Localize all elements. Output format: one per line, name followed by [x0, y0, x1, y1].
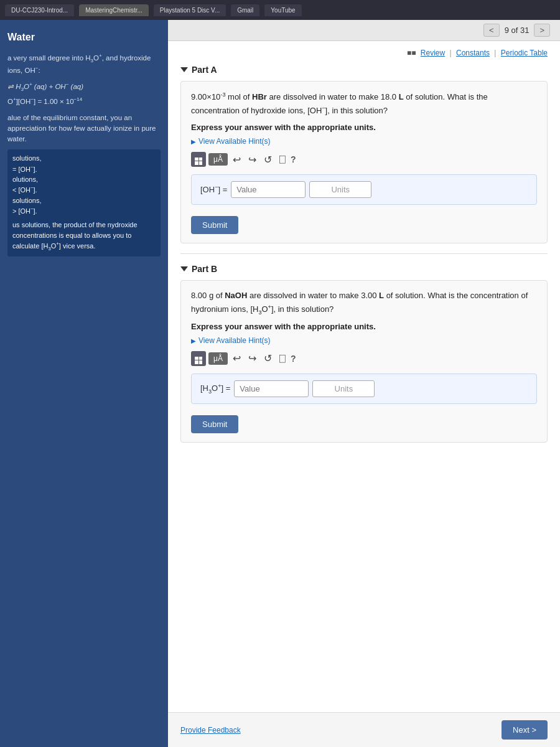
- part-a-help-button[interactable]: ?: [291, 154, 296, 164]
- part-a-eq-label: [OH−] =: [200, 184, 227, 194]
- review-link[interactable]: Review: [421, 49, 445, 57]
- next-button[interactable]: Next >: [502, 720, 548, 740]
- part-b-grid-button[interactable]: [191, 351, 206, 366]
- sidebar-neutral-eq: = [OH−].: [12, 164, 156, 174]
- periodic-table-link[interactable]: Periodic Table: [501, 49, 548, 57]
- part-a-submit-button[interactable]: Submit: [191, 216, 238, 234]
- part-b-problem-text: 8.00 g of NaOH are dissolved in water to…: [191, 289, 537, 317]
- prev-page-button[interactable]: <: [483, 24, 500, 37]
- part-a-mua-button[interactable]: μÅ: [208, 153, 228, 166]
- sidebar-text-2: alue of the equilibrium constant, you an…: [7, 113, 161, 145]
- main-container: Water a very small degree into H3O+, and…: [0, 20, 560, 747]
- part-b-value-input[interactable]: [234, 380, 309, 397]
- part-b-arrow: [180, 266, 188, 271]
- part-a-grid-button[interactable]: [191, 152, 206, 167]
- part-a-header[interactable]: Part A: [180, 65, 548, 75]
- part-b-keyboard-button[interactable]: ⎕: [277, 352, 288, 365]
- part-b-answer-row: [H3O+] = Units: [191, 374, 537, 404]
- feedback-link[interactable]: Provide Feedback: [180, 726, 241, 735]
- part-a-grid-icon: [195, 157, 202, 165]
- tab-gmail[interactable]: Gmail: [231, 4, 259, 16]
- part-b-eq-label: [H3O+] =: [200, 383, 230, 395]
- part-a-label: Part A: [192, 65, 217, 75]
- content-area: < 9 of 31 > ■■ Review | Constants | Peri…: [168, 20, 560, 747]
- page-indicator: < 9 of 31 >: [483, 24, 550, 37]
- part-a-problem-box: 9.00×10-3 mol of HBr are dissolved in wa…: [180, 81, 548, 243]
- browser-bar: DU-CCJ230-Introd... MasteringChemistr...…: [0, 0, 560, 20]
- part-a-refresh-button[interactable]: ↺: [261, 153, 274, 167]
- sidebar-basic-gt: > [OH−].: [12, 205, 156, 216]
- part-a-redo-button[interactable]: ↪: [246, 153, 259, 167]
- tab-youtube[interactable]: YouTube: [264, 4, 301, 16]
- sidebar-kw: O+][OH−] = 1.00 × 10−14: [7, 96, 161, 107]
- bottom-bar: Provide Feedback Next >: [168, 712, 560, 747]
- constants-link[interactable]: Constants: [456, 49, 490, 57]
- part-b-units-box[interactable]: Units: [312, 380, 375, 397]
- part-b-mua-button[interactable]: μÅ: [208, 352, 228, 365]
- part-b-grid-icon: [195, 357, 202, 364]
- part-b-express-label: Express your answer with the appropriate…: [191, 322, 537, 331]
- tab-playstation[interactable]: Playstation 5 Disc V...: [154, 4, 226, 16]
- part-a-answer-row: [OH−] = Units: [191, 174, 537, 205]
- top-nav: < 9 of 31 >: [168, 20, 560, 41]
- part-b-submit-button[interactable]: Submit: [191, 415, 238, 433]
- tab-ccj230[interactable]: DU-CCJ230-Introd...: [5, 4, 74, 16]
- sidebar-text-0: a very small degree into H3O+, and hydro…: [7, 52, 161, 76]
- part-a-arrow: [180, 67, 188, 72]
- part-a-hint-link[interactable]: View Available Hint(s): [191, 137, 537, 146]
- part-a-value-input[interactable]: [231, 181, 306, 198]
- part-b-refresh-button[interactable]: ↺: [261, 351, 274, 365]
- sidebar-equation-1: ⇌ H3O+ (aq) + OH− (aq): [7, 81, 161, 93]
- sidebar-acidic: olutions,: [12, 174, 156, 185]
- sidebar-basic: solutions,: [12, 195, 156, 206]
- part-b-header[interactable]: Part B: [180, 264, 548, 274]
- part-b-problem-box: 8.00 g of NaOH are dissolved in water to…: [180, 280, 548, 443]
- separator-1: |: [450, 49, 452, 57]
- part-separator: [180, 253, 548, 254]
- next-page-button[interactable]: >: [534, 24, 550, 37]
- sidebar-solutions: solutions, = [OH−]. olutions, < [OH−]. s…: [7, 149, 161, 256]
- part-b-help-button[interactable]: ?: [291, 354, 296, 364]
- part-b-toolbar: μÅ ↩ ↪ ↺ ⎕ ?: [191, 351, 537, 366]
- review-bar: ■■ Review | Constants | Periodic Table: [180, 49, 548, 57]
- part-a-units-box[interactable]: Units: [309, 181, 371, 198]
- part-a-undo-button[interactable]: ↩: [230, 153, 243, 167]
- sidebar-neutral: solutions,: [12, 153, 156, 164]
- part-b-section: Part B 8.00 g of NaOH are dissolved in w…: [180, 264, 548, 443]
- sidebar-summary: us solutions, the product of the nydroxi…: [12, 220, 156, 252]
- sidebar-acidic-lt: < [OH−].: [12, 184, 156, 195]
- review-icon: ■■: [407, 49, 416, 57]
- part-b-undo-button[interactable]: ↩: [230, 351, 243, 365]
- tab-mastering[interactable]: MasteringChemistr...: [79, 4, 149, 16]
- part-a-express-label: Express your answer with the appropriate…: [191, 123, 537, 132]
- sidebar: Water a very small degree into H3O+, and…: [0, 20, 168, 747]
- part-b-label: Part B: [192, 264, 217, 274]
- part-a-problem-text: 9.00×10-3 mol of HBr are dissolved in wa…: [191, 90, 537, 118]
- part-b-redo-button[interactable]: ↪: [246, 351, 259, 365]
- part-a-section: Part A 9.00×10-3 mol of HBr are dissolve…: [180, 65, 548, 243]
- part-a-keyboard-button[interactable]: ⎕: [277, 153, 288, 166]
- part-a-toolbar: μÅ ↩ ↪ ↺ ⎕ ?: [191, 152, 537, 167]
- sidebar-title: Water: [7, 30, 161, 45]
- part-b-hint-link[interactable]: View Available Hint(s): [191, 336, 537, 345]
- separator-2: |: [494, 49, 496, 57]
- page-number: 9 of 31: [505, 26, 530, 35]
- question-area: ■■ Review | Constants | Periodic Table P…: [168, 41, 560, 712]
